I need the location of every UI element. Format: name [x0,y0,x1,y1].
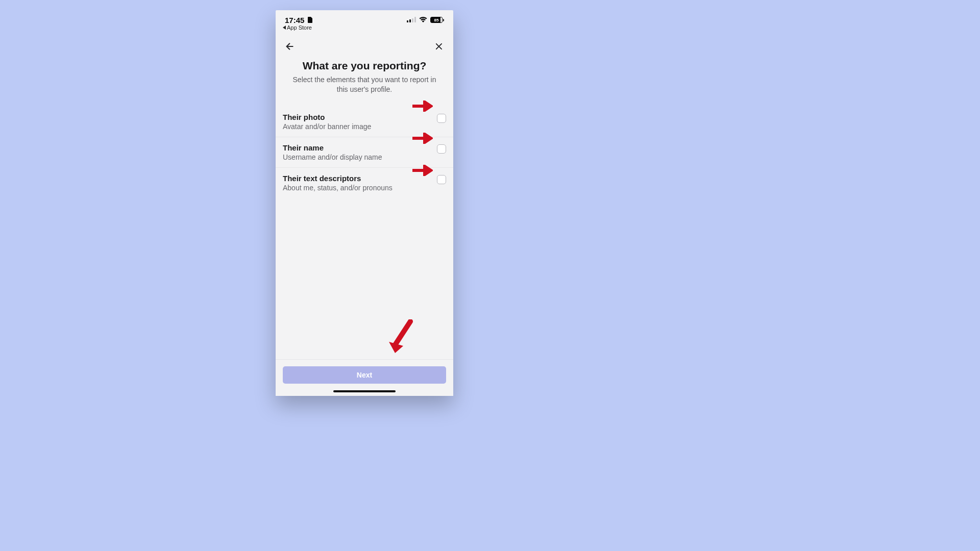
option-checkbox[interactable] [437,144,446,154]
next-button[interactable]: Next [283,366,446,384]
svg-rect-3 [414,17,416,22]
svg-rect-2 [412,18,413,22]
appstore-back-label: App Store [287,24,312,31]
option-checkbox[interactable] [437,175,446,184]
option-title: Their photo [283,113,428,121]
appstore-back-link[interactable]: App Store [283,24,312,31]
page-subtitle: Select the elements that you want to rep… [288,75,441,94]
page-title: What are you reporting? [288,60,441,72]
svg-rect-1 [409,19,411,22]
svg-rect-0 [407,20,408,22]
back-button[interactable] [283,39,297,54]
option-title: Their text descriptors [283,174,428,183]
battery-value: 85 [434,18,439,22]
footer: Next [276,359,453,396]
battery-icon: 85 [430,17,444,23]
arrow-left-icon [284,41,296,52]
status-time: 17:45 [285,16,304,24]
option-photo[interactable]: Their photo Avatar and/or banner image [276,107,453,137]
option-title: Their name [283,143,428,152]
option-desc: Username and/or display name [283,153,428,161]
option-desc: About me, status, and/or pronouns [283,184,428,192]
status-left: 17:45 [285,16,312,24]
back-triangle-icon [283,26,286,30]
home-indicator [333,390,396,392]
close-icon [434,42,444,51]
status-right: 85 [407,15,444,24]
option-desc: Avatar and/or banner image [283,122,428,131]
wifi-icon [419,15,427,24]
sim-icon [307,16,312,24]
option-checkbox[interactable] [437,114,446,123]
option-name[interactable]: Their name Username and/or display name [276,137,453,168]
options-list: Their photo Avatar and/or banner image T… [276,107,453,198]
title-block: What are you reporting? Select the eleme… [276,57,453,99]
status-bar: 17:45 85 [276,10,453,25]
close-button[interactable] [432,39,446,54]
option-text-descriptors[interactable]: Their text descriptors About me, status,… [276,168,453,198]
phone-frame: 17:45 85 [276,10,453,396]
cellular-icon [407,15,416,24]
